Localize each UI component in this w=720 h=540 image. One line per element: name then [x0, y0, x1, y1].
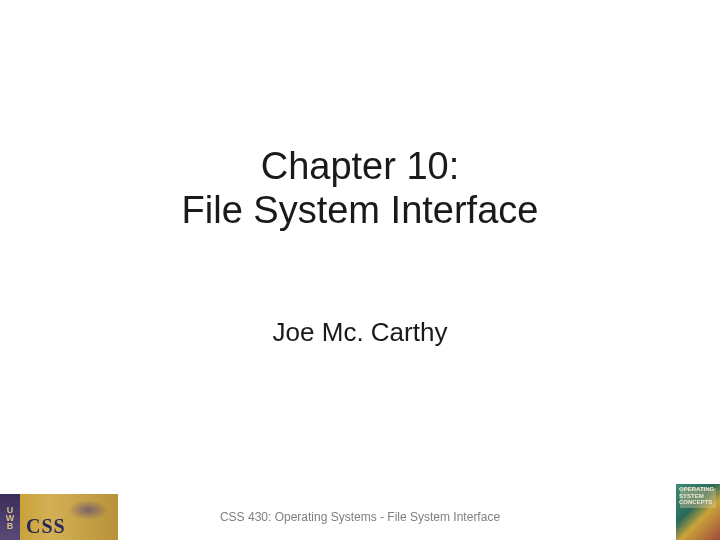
- slide-container: Chapter 10: File System Interface Joe Mc…: [0, 0, 720, 540]
- footer-text: CSS 430: Operating Systems - File System…: [220, 510, 500, 524]
- book-cover-text: OPERATING SYSTEM CONCEPTS: [679, 486, 720, 506]
- book-cover-icon: OPERATING SYSTEM CONCEPTS: [676, 484, 720, 540]
- css-logo-icon: CSS: [20, 494, 118, 540]
- slide-title: Chapter 10: File System Interface: [182, 145, 539, 232]
- logo-left: UWB CSS: [0, 494, 118, 540]
- css-logo-text: CSS: [26, 515, 66, 538]
- title-line-2: File System Interface: [182, 189, 539, 233]
- uwb-bar-icon: UWB: [0, 494, 20, 540]
- slide-author: Joe Mc. Carthy: [273, 317, 448, 348]
- title-line-1: Chapter 10:: [182, 145, 539, 189]
